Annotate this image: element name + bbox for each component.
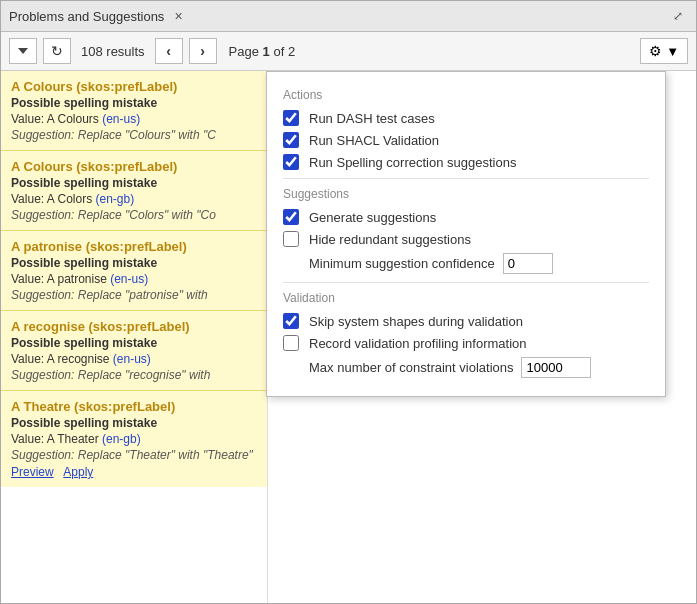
settings-dropdown: Actions Run DASH test cases Run SHACL Va… bbox=[266, 71, 666, 397]
close-button[interactable]: × bbox=[170, 8, 186, 24]
pagination-info: Page 1 of 2 bbox=[229, 44, 296, 59]
next-page-button[interactable]: › bbox=[189, 38, 217, 64]
page-total: 2 bbox=[288, 44, 295, 59]
item-suggestion: Suggestion: Replace "Colours" with "C bbox=[11, 128, 257, 142]
toolbar: ↻ 108 results ‹ › Page 1 of 2 ⚙ ▼ bbox=[1, 32, 696, 71]
min-confidence-input[interactable] bbox=[503, 253, 553, 274]
skip-system-checkbox[interactable] bbox=[283, 313, 299, 329]
list-item[interactable]: A Colours (skos:prefLabel) Possible spel… bbox=[1, 71, 267, 151]
skip-system-label[interactable]: Skip system shapes during validation bbox=[309, 314, 523, 329]
filter-button[interactable] bbox=[9, 38, 37, 64]
window-title: Problems and Suggestions bbox=[9, 9, 164, 24]
record-profiling-item: Record validation profiling information bbox=[283, 335, 649, 351]
item-suggestion: Suggestion: Replace "Theater" with "Thea… bbox=[11, 448, 257, 462]
list-item[interactable]: A Colours (skos:prefLabel) Possible spel… bbox=[1, 151, 267, 231]
list-item[interactable]: A Theatre (skos:prefLabel) Possible spel… bbox=[1, 391, 267, 487]
item-title: A recognise (skos:prefLabel) bbox=[11, 319, 257, 334]
filter-arrow-icon bbox=[18, 48, 28, 54]
run-dash-checkbox[interactable] bbox=[283, 110, 299, 126]
run-shacl-item: Run SHACL Validation bbox=[283, 132, 649, 148]
item-title: A Colours (skos:prefLabel) bbox=[11, 79, 257, 94]
title-bar: Problems and Suggestions × ⤢ bbox=[1, 1, 696, 32]
validation-section-title: Validation bbox=[283, 291, 649, 305]
generate-suggestions-item: Generate suggestions bbox=[283, 209, 649, 225]
suggestions-section-title: Suggestions bbox=[283, 187, 649, 201]
prev-arrow-icon: ‹ bbox=[166, 43, 171, 59]
list-item[interactable]: A patronise (skos:prefLabel) Possible sp… bbox=[1, 231, 267, 311]
run-spelling-checkbox[interactable] bbox=[283, 154, 299, 170]
max-violations-row: Max number of constraint violations bbox=[283, 357, 649, 378]
item-subtitle: Possible spelling mistake bbox=[11, 96, 257, 110]
title-bar-left: Problems and Suggestions × bbox=[9, 8, 187, 24]
run-shacl-label[interactable]: Run SHACL Validation bbox=[309, 133, 439, 148]
settings-button[interactable]: ⚙ ▼ bbox=[640, 38, 688, 64]
settings-arrow-icon: ▼ bbox=[666, 44, 679, 59]
results-count: 108 results bbox=[81, 44, 145, 59]
page-prefix: Page bbox=[229, 44, 259, 59]
item-title: A Colours (skos:prefLabel) bbox=[11, 159, 257, 174]
list-panel: A Colours (skos:prefLabel) Possible spel… bbox=[1, 71, 268, 603]
item-suggestion: Suggestion: Replace "patronise" with bbox=[11, 288, 257, 302]
title-bar-right: ⤢ bbox=[668, 6, 688, 26]
hide-redundant-checkbox[interactable] bbox=[283, 231, 299, 247]
expand-button[interactable]: ⤢ bbox=[668, 6, 688, 26]
item-value: Value: A patronise (en-us) bbox=[11, 272, 257, 286]
run-dash-label[interactable]: Run DASH test cases bbox=[309, 111, 435, 126]
max-violations-label: Max number of constraint violations bbox=[309, 360, 513, 375]
item-subtitle: Possible spelling mistake bbox=[11, 416, 257, 430]
item-suggestion: Suggestion: Replace "recognise" with bbox=[11, 368, 257, 382]
page-current: 1 bbox=[263, 44, 270, 59]
gear-icon: ⚙ bbox=[649, 43, 662, 59]
min-confidence-label: Minimum suggestion confidence bbox=[309, 256, 495, 271]
hide-redundant-label[interactable]: Hide redundant suggestions bbox=[309, 232, 471, 247]
record-profiling-checkbox[interactable] bbox=[283, 335, 299, 351]
preview-link[interactable]: Preview bbox=[11, 465, 54, 479]
main-window: Problems and Suggestions × ⤢ ↻ 108 resul… bbox=[0, 0, 697, 604]
apply-link[interactable]: Apply bbox=[63, 465, 93, 479]
list-item[interactable]: A recognise (skos:prefLabel) Possible sp… bbox=[1, 311, 267, 391]
refresh-button[interactable]: ↻ bbox=[43, 38, 71, 64]
hide-redundant-item: Hide redundant suggestions bbox=[283, 231, 649, 247]
run-spelling-item: Run Spelling correction suggestions bbox=[283, 154, 649, 170]
divider-2 bbox=[283, 282, 649, 283]
item-links: Preview Apply bbox=[11, 464, 257, 479]
record-profiling-label[interactable]: Record validation profiling information bbox=[309, 336, 527, 351]
min-confidence-row: Minimum suggestion confidence bbox=[283, 253, 649, 274]
item-suggestion: Suggestion: Replace "Colors" with "Co bbox=[11, 208, 257, 222]
item-value: Value: A recognise (en-us) bbox=[11, 352, 257, 366]
page-separator: of bbox=[273, 44, 284, 59]
generate-suggestions-label[interactable]: Generate suggestions bbox=[309, 210, 436, 225]
run-spelling-label[interactable]: Run Spelling correction suggestions bbox=[309, 155, 516, 170]
item-subtitle: Possible spelling mistake bbox=[11, 336, 257, 350]
item-value: Value: A Colors (en-gb) bbox=[11, 192, 257, 206]
item-title: A Theatre (skos:prefLabel) bbox=[11, 399, 257, 414]
item-subtitle: Possible spelling mistake bbox=[11, 256, 257, 270]
item-value: Value: A Colours (en-us) bbox=[11, 112, 257, 126]
actions-section-title: Actions bbox=[283, 88, 649, 102]
divider-1 bbox=[283, 178, 649, 179]
main-content: A Colours (skos:prefLabel) Possible spel… bbox=[1, 71, 696, 603]
max-violations-input[interactable] bbox=[521, 357, 591, 378]
item-subtitle: Possible spelling mistake bbox=[11, 176, 257, 190]
item-value: Value: A Theater (en-gb) bbox=[11, 432, 257, 446]
item-title: A patronise (skos:prefLabel) bbox=[11, 239, 257, 254]
generate-suggestions-checkbox[interactable] bbox=[283, 209, 299, 225]
refresh-icon: ↻ bbox=[51, 43, 63, 59]
skip-system-item: Skip system shapes during validation bbox=[283, 313, 649, 329]
next-arrow-icon: › bbox=[200, 43, 205, 59]
run-dash-item: Run DASH test cases bbox=[283, 110, 649, 126]
run-shacl-checkbox[interactable] bbox=[283, 132, 299, 148]
prev-page-button[interactable]: ‹ bbox=[155, 38, 183, 64]
